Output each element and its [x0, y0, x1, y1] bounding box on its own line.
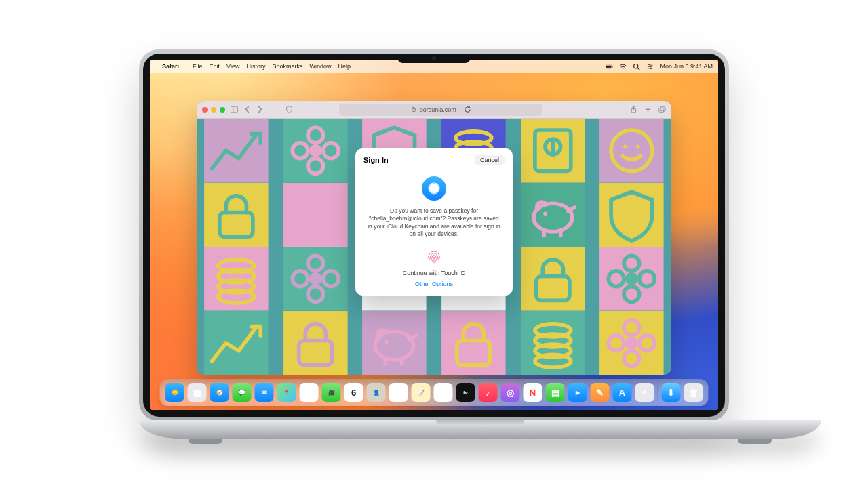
safari-viewport: Sign In Cancel Do you want to save a pas…: [197, 119, 671, 375]
laptop-base: [139, 420, 821, 439]
menubar-clock[interactable]: Mon Jun 6 9:41 AM: [660, 63, 713, 70]
safari-window: porcunla.com: [197, 101, 671, 375]
menu-help[interactable]: Help: [338, 63, 351, 70]
website-tile: [592, 247, 671, 311]
address-bar[interactable]: porcunla.com: [339, 104, 542, 116]
svg-point-7: [650, 66, 652, 68]
dock-notes-icon[interactable]: 📝: [412, 383, 431, 402]
search-icon[interactable]: [633, 63, 640, 70]
website-tile: [197, 311, 276, 375]
dock-launchpad-icon[interactable]: ▦: [188, 383, 207, 402]
continue-touch-id-label: Continue with Touch ID: [403, 270, 465, 277]
dock-maps-icon[interactable]: 📍: [277, 383, 296, 402]
dock-system-settings-icon[interactable]: ⚙︎: [635, 383, 654, 402]
dock-safari-icon[interactable]: 🧭: [210, 383, 229, 402]
website-tile: [592, 119, 671, 183]
menu-window[interactable]: Window: [309, 63, 331, 70]
website-tile: [513, 119, 593, 183]
dock-messages-icon[interactable]: 💬: [233, 383, 252, 402]
lock-icon: [411, 106, 416, 113]
website-tile: [513, 311, 593, 375]
stage: Safari FileEditViewHistoryBookmarksWindo…: [0, 0, 868, 488]
menu-edit[interactable]: Edit: [210, 63, 220, 70]
share-icon[interactable]: [630, 106, 637, 113]
menu-view[interactable]: View: [226, 63, 239, 70]
sidebar-toggle-icon[interactable]: [231, 106, 238, 113]
menu-file[interactable]: File: [193, 63, 203, 70]
dock-facetime-icon[interactable]: 🎥: [322, 383, 341, 402]
menubar-app-name[interactable]: Safari: [162, 63, 179, 70]
dock-keynote-icon[interactable]: ▶︎: [568, 383, 587, 402]
website-tile: [197, 119, 276, 183]
menu-history[interactable]: History: [246, 63, 265, 70]
svg-rect-69: [204, 311, 269, 375]
reload-icon[interactable]: [464, 106, 471, 113]
svg-point-38: [636, 145, 640, 149]
dock-pages-icon[interactable]: ✎: [591, 383, 610, 402]
new-tab-icon[interactable]: [644, 106, 652, 113]
dock-separator: [658, 384, 658, 401]
minimize-window-icon[interactable]: [211, 107, 216, 113]
dock-podcasts-icon[interactable]: ◎: [501, 383, 520, 402]
wifi-icon[interactable]: [619, 63, 627, 70]
display-bezel: Safari FileEditViewHistoryBookmarksWindo…: [143, 54, 725, 417]
back-button-icon[interactable]: [243, 106, 251, 113]
dock-music-icon[interactable]: ♪: [479, 383, 498, 402]
dock-appstore-icon[interactable]: A: [613, 383, 632, 402]
website-tile: [434, 311, 513, 375]
cancel-button[interactable]: Cancel: [475, 155, 505, 165]
tabs-overview-icon[interactable]: [658, 106, 666, 113]
safari-app-icon: [422, 176, 446, 201]
touch-id-icon[interactable]: [425, 247, 443, 266]
svg-point-37: [623, 145, 627, 149]
dock-calendar-icon[interactable]: 6: [344, 383, 363, 402]
svg-rect-18: [204, 119, 269, 183]
svg-point-46: [543, 211, 547, 216]
privacy-shield-icon[interactable]: [285, 106, 293, 113]
battery-icon[interactable]: [606, 63, 613, 70]
svg-rect-1: [606, 66, 611, 68]
dock: 🙂▦🧭💬✉︎📍✿🎥6👤☑︎📝✎tv♪◎N▤▶︎✎A⚙︎⬇︎🗑: [160, 379, 709, 406]
dock-photos-icon[interactable]: ✿: [300, 383, 319, 402]
dock-freeform-icon[interactable]: ✎: [434, 383, 453, 402]
svg-rect-12: [412, 108, 415, 111]
window-traffic-lights[interactable]: [202, 107, 225, 113]
dock-contacts-icon[interactable]: 👤: [367, 383, 386, 402]
svg-point-4: [634, 64, 638, 68]
website-tile: [592, 311, 671, 375]
dock-mail-icon[interactable]: ✉︎: [255, 383, 274, 402]
close-window-icon[interactable]: [202, 107, 208, 113]
control-center-icon[interactable]: [646, 63, 654, 70]
svg-point-54: [309, 272, 322, 285]
svg-rect-41: [283, 183, 348, 247]
macbook-hardware: Safari FileEditViewHistoryBookmarksWindo…: [139, 49, 729, 439]
dock-trash-icon[interactable]: 🗑: [684, 383, 703, 402]
website-tile: [592, 183, 671, 247]
svg-rect-44: [521, 183, 585, 247]
menu-bookmarks[interactable]: Bookmarks: [272, 63, 302, 70]
zoom-window-icon[interactable]: [220, 107, 225, 113]
dock-numbers-icon[interactable]: ▤: [546, 383, 565, 402]
address-text: porcunla.com: [420, 106, 456, 113]
website-tile: [276, 311, 355, 375]
dock-downloads-icon[interactable]: ⬇︎: [662, 383, 681, 402]
dock-news-icon[interactable]: N: [524, 383, 542, 402]
svg-rect-72: [362, 311, 427, 375]
dock-finder-icon[interactable]: 🙂: [165, 383, 184, 402]
svg-rect-2: [612, 66, 613, 67]
forward-button-icon[interactable]: [256, 106, 264, 113]
website-tile: [197, 183, 276, 247]
website-tile: [355, 311, 434, 375]
other-options-link[interactable]: Other Options: [415, 281, 453, 287]
website-tile: [276, 183, 355, 247]
svg-point-6: [648, 64, 650, 66]
dock-reminders-icon[interactable]: ☑︎: [389, 383, 408, 402]
website-tile: [276, 247, 355, 311]
svg-point-64: [625, 272, 638, 285]
dock-tv-icon[interactable]: tv: [456, 383, 475, 402]
dialog-body-text: Do you want to save a passkey for "chell…: [366, 207, 502, 239]
laptop-lid: Safari FileEditViewHistoryBookmarksWindo…: [139, 49, 729, 421]
svg-line-5: [638, 68, 640, 70]
svg-point-20: [309, 144, 322, 157]
website-tile: [513, 247, 593, 311]
